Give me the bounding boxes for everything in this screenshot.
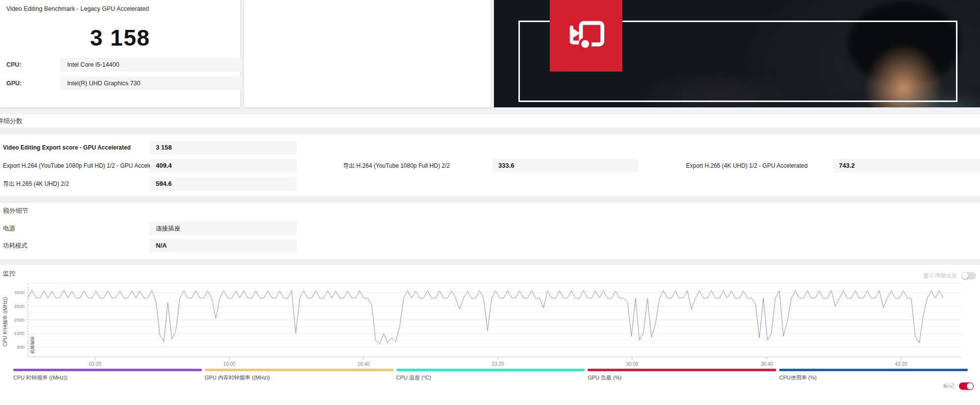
score-row-value: 333.6	[492, 159, 638, 173]
legend-item-gpu-load[interactable]: GPU 负载 (%)	[588, 369, 776, 381]
power-value: 连接插座	[150, 222, 297, 235]
mark-control: 标记	[943, 382, 974, 390]
section-title-extra-details: 额外细节	[3, 206, 28, 215]
y-axis-tick: 2500	[14, 317, 24, 323]
cpu-label: CPU:	[6, 58, 22, 72]
y-axis-tick: 4500	[14, 290, 24, 295]
show-details-control: 显示详细信息	[923, 272, 976, 279]
score-row-label: Export H.264 (YouTube 1080p Full HD) 1/2…	[3, 159, 165, 173]
legend-label: CPU 温度 (°C)	[396, 374, 585, 381]
cpu-frequency-line	[28, 290, 943, 344]
score-row-value: 409.4	[150, 159, 297, 173]
x-axis-tick: 43:20	[895, 361, 907, 367]
y-axis-tick: 1500	[14, 330, 24, 336]
section-divider	[0, 196, 980, 203]
cpu-value-field: Intel Core i5-14400	[60, 58, 242, 72]
section-title-monitoring: 监控	[3, 269, 16, 278]
power-mode-value: N/A	[150, 239, 297, 253]
legend-label: CPU 时钟频率 ((MHz))	[13, 374, 202, 381]
video-camera-badge	[550, 0, 622, 72]
x-axis-tick: 10:00	[223, 361, 235, 367]
overall-score: 3 158	[0, 25, 240, 51]
score-row-value: 594.6	[150, 177, 297, 191]
y-axis-label: CPU 时钟频率 ((MHz))	[2, 297, 8, 347]
score-row-value: 3 158	[150, 141, 297, 154]
score-row-label: 导出 H.264 (YouTube 1080p Full HD) 2/2	[343, 159, 450, 173]
toggle-knob	[967, 383, 973, 389]
mark-label: 标记	[943, 382, 955, 390]
score-row-label: 导出 H.265 (4K UHD) 2/2	[3, 177, 69, 191]
toggle-knob	[962, 273, 968, 279]
workload-marker-label: 视频编辑	[30, 336, 35, 354]
x-axis-tick: 23:20	[491, 361, 504, 367]
legend-item-cpu-clock[interactable]: CPU 时钟频率 ((MHz))	[13, 369, 202, 381]
video-camera-icon	[565, 15, 607, 56]
summary-card: Video Editing Benchmark - Legacy GPU Acc…	[0, 0, 240, 107]
show-details-toggle[interactable]	[961, 272, 976, 279]
gpu-label: GPU:	[6, 76, 22, 90]
legend-color-bar	[205, 369, 393, 371]
legend-label: GPU 内存时钟频率 ((MHz))	[205, 374, 393, 381]
x-axis-tick: 16:40	[357, 361, 369, 367]
chart-legend: CPU 时钟频率 ((MHz)) GPU 内存时钟频率 ((MHz)) CPU …	[13, 369, 968, 381]
legend-color-bar	[779, 369, 968, 371]
section-title-detailed-scores: 详细分数	[0, 117, 23, 126]
x-axis-tick: 36:40	[760, 361, 773, 367]
legend-label: CPU使用率 (%)	[779, 374, 968, 381]
legend-item-cpu-usage[interactable]: CPU使用率 (%)	[779, 369, 968, 381]
hero-image	[494, 0, 980, 107]
score-row-label: Video Editing Export score - GPU Acceler…	[3, 141, 131, 154]
versions-card: 应用程序版本 Adobe® Premiere® Pro 25.1.0.73 工作…	[244, 0, 490, 107]
y-axis-tick: 500	[17, 344, 24, 350]
legend-color-bar	[13, 369, 202, 371]
gpu-value-field: Intel(R) UHD Graphics 730	[60, 76, 242, 90]
section-divider	[0, 259, 980, 265]
show-details-label: 显示详细信息	[923, 272, 957, 279]
x-axis-tick: 03:20	[89, 361, 101, 367]
x-axis-tick: 30:00	[626, 361, 638, 367]
y-axis-tick: 3500	[14, 304, 24, 309]
power-label: 电源	[3, 222, 15, 235]
legend-item-cpu-temperature[interactable]: CPU 温度 (°C)	[396, 369, 585, 381]
power-mode-label: 功耗模式	[3, 239, 27, 253]
score-row-label: Export H.265 (4K UHD) 1/2 - GPU Accelera…	[686, 159, 808, 173]
legend-color-bar	[588, 369, 776, 371]
legend-color-bar	[396, 369, 585, 371]
score-row-value: 743.2	[833, 159, 980, 173]
section-divider	[0, 127, 980, 134]
legend-item-gpu-memory-clock[interactable]: GPU 内存时钟频率 ((MHz))	[205, 369, 393, 381]
benchmark-title: Video Editing Benchmark - Legacy GPU Acc…	[6, 5, 149, 12]
benchmark-result-page: Video Editing Benchmark - Legacy GPU Acc…	[0, 0, 980, 405]
mark-toggle[interactable]	[959, 382, 974, 390]
legend-label: GPU 负载 (%)	[588, 374, 776, 381]
monitoring-chart[interactable]: 4500 3500 2500 1500 500 03:20 10:00 16:4…	[0, 279, 980, 371]
